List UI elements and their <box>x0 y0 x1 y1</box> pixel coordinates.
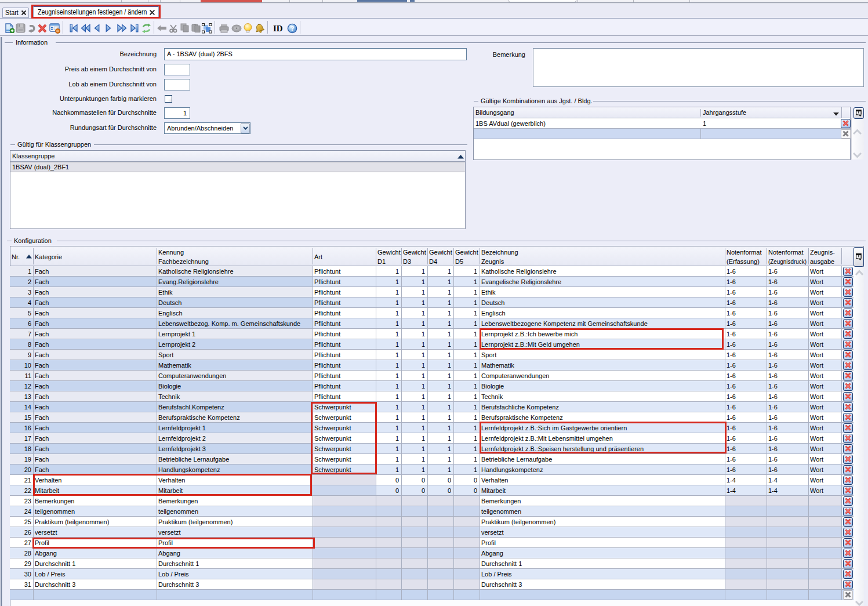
svg-text:?: ? <box>290 25 295 32</box>
